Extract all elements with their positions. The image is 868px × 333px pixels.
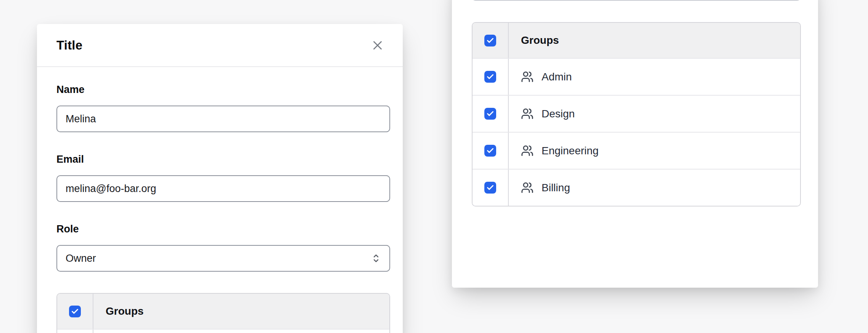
modal-groups-table: Groups — [56, 293, 390, 333]
role-field-group: Role Owner — [56, 223, 390, 272]
name-label: Name — [56, 84, 390, 96]
email-field-group: Email — [56, 154, 390, 202]
users-icon — [521, 144, 534, 157]
table-row-admin[interactable]: Admin — [473, 58, 800, 95]
row-checkbox[interactable] — [484, 182, 496, 194]
panel-groups-table: Groups Admin — [472, 22, 801, 207]
groups-table-header-row: Groups — [473, 23, 800, 58]
row-checkbox[interactable] — [484, 145, 496, 157]
check-icon — [486, 73, 494, 81]
role-select-cropped[interactable] — [472, 0, 801, 1]
modal-title: Title — [56, 38, 82, 53]
group-row-label: Engineering — [542, 145, 598, 157]
check-icon — [486, 37, 494, 45]
table-row-engineering[interactable]: Engineering — [473, 132, 800, 169]
check-icon — [486, 184, 494, 192]
check-icon — [486, 147, 494, 155]
groups-panel: Groups Admin — [452, 0, 818, 288]
modal-body: Name Email Role Owner — [37, 67, 403, 333]
check-icon — [486, 110, 494, 118]
role-select[interactable]: Owner — [56, 245, 390, 272]
users-icon — [521, 70, 534, 83]
role-select-value: Owner — [66, 253, 96, 264]
modal-header: Title — [37, 24, 403, 67]
email-input[interactable] — [56, 175, 390, 202]
users-icon — [521, 107, 534, 120]
select-all-checkbox[interactable] — [484, 35, 496, 46]
email-label: Email — [56, 154, 390, 165]
name-field-group: Name — [56, 84, 390, 132]
table-row-partial[interactable] — [57, 329, 389, 333]
role-label: Role — [56, 223, 390, 235]
modal-dialog: Title Name Email Role Owner — [37, 24, 403, 333]
header-checkbox-cell — [473, 23, 509, 58]
name-input[interactable] — [56, 106, 390, 132]
group-row-label: Billing — [542, 182, 570, 194]
groups-table-header-row: Groups — [57, 294, 389, 329]
select-all-checkbox[interactable] — [69, 306, 81, 317]
table-row-billing[interactable]: Billing — [473, 169, 800, 206]
groups-header-label: Groups — [509, 23, 800, 58]
header-checkbox-cell — [57, 294, 93, 329]
groups-header-label: Groups — [93, 294, 389, 329]
row-checkbox[interactable] — [484, 71, 496, 83]
group-row-label: Admin — [542, 71, 572, 83]
table-row-design[interactable]: Design — [473, 95, 800, 132]
groups-panel-content: Groups Admin — [452, 0, 818, 207]
row-checkbox[interactable] — [484, 108, 496, 120]
chevrons-up-down-icon — [370, 253, 382, 264]
close-icon — [370, 38, 385, 53]
close-button[interactable] — [369, 37, 386, 54]
group-row-label: Design — [542, 108, 575, 120]
users-icon — [521, 181, 534, 194]
check-icon — [71, 307, 79, 315]
